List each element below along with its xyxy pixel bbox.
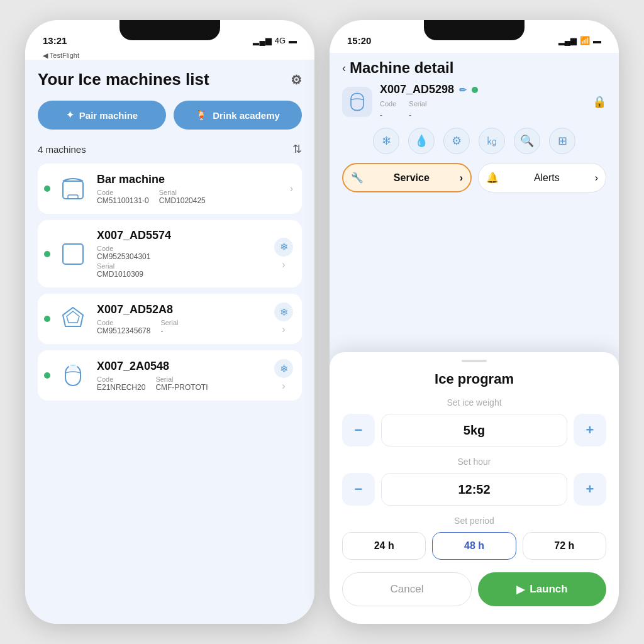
svg-rect-6 <box>69 365 77 370</box>
weight-feature-icon[interactable]: ㎏ <box>479 128 505 154</box>
snowflake-badge-2: ❄ <box>274 303 293 321</box>
machine-id-meta: Code - Serial - <box>380 97 585 120</box>
machine-card-1[interactable]: X007_AD5574 Code CM9525304301 Serial CMD… <box>38 220 302 287</box>
machine-name-1: X007_AD5574 <box>97 229 267 242</box>
svg-marker-3 <box>63 308 83 326</box>
bluetooth-icon: ✦ <box>66 109 74 121</box>
machine-action-3: ❄ › <box>274 359 293 392</box>
ice-weight-value: 5kg <box>381 414 567 447</box>
chevron-right-icon: › <box>290 183 293 194</box>
hour-increase-button[interactable]: + <box>574 473 606 506</box>
machine-meta-2: Code CM9512345678 Serial - <box>97 319 267 335</box>
action-button-row: ✦ Pair machine 🍹 Drink academy <box>38 101 302 130</box>
notch <box>119 20 220 40</box>
drink-academy-button[interactable]: 🍹 Drink academy <box>174 101 302 130</box>
machine-detail-icon <box>342 87 372 117</box>
service-button[interactable]: 🔧 Service › <box>342 163 472 192</box>
period-48h-button[interactable]: 48 h <box>432 532 516 560</box>
alerts-button[interactable]: 🔔 Alerts › <box>478 163 606 192</box>
right-wifi-icon: 📶 <box>580 36 590 45</box>
battery-icon: ▬ <box>289 36 297 45</box>
set-hour-label: Set hour <box>342 457 606 467</box>
machine-card-3[interactable]: X007_2A0548 Code E21NRECH20 Serial CMF-P… <box>38 350 302 401</box>
snowflake-badge-3: ❄ <box>274 359 293 378</box>
page-title-row: Your Ice machines list ⚙ <box>38 70 302 89</box>
online-dot-3 <box>44 372 50 379</box>
ice-weight-decrease-button[interactable]: − <box>342 414 375 447</box>
hour-decrease-button[interactable]: − <box>342 473 375 506</box>
period-72h-button[interactable]: 72 h <box>523 532 606 560</box>
chevron-right-icon-2: › <box>282 324 285 335</box>
bell-icon: 🔔 <box>486 172 499 184</box>
snowflake-feature-icon[interactable]: ❄ <box>373 128 399 154</box>
online-dot-1 <box>44 251 50 257</box>
search-feature-icon[interactable]: 🔍 <box>514 128 540 154</box>
machine-detail-header: ‹ Machine detail X007_AD5298 ✏ <box>330 53 619 208</box>
period-24h-button[interactable]: 24 h <box>342 532 426 560</box>
back-button[interactable]: ‹ <box>342 62 346 75</box>
drink-icon: 🍹 <box>196 109 208 121</box>
left-phone: 13:21 ▂▄▆ 4G ▬ ◀ TestFlight Your Ice mac… <box>25 20 314 624</box>
settings-icon[interactable]: ⚙ <box>291 72 302 87</box>
machine-action-2: ❄ › <box>274 303 293 335</box>
machine-id-info: X007_AD5298 ✏ Code - Serial - <box>380 83 585 120</box>
right-screen: ‹ Machine detail X007_AD5298 ✏ <box>330 53 619 624</box>
right-status-time: 15:20 <box>347 35 371 46</box>
detail-title: Machine detail <box>350 59 453 77</box>
right-battery-icon: ▬ <box>593 36 601 45</box>
snowflake-badge-1: ❄ <box>274 238 293 257</box>
edit-icon[interactable]: ✏ <box>459 85 467 95</box>
machine-name-0: Bar machine <box>97 173 282 186</box>
ice-weight-increase-button[interactable]: + <box>574 414 606 447</box>
machine-icon-0 <box>57 172 89 205</box>
right-notch <box>424 20 525 40</box>
alerts-chevron-icon: › <box>595 172 598 184</box>
sheet-actions: Cancel ▶ Launch <box>342 572 606 606</box>
svg-marker-4 <box>67 311 79 323</box>
machine-info-0: Bar machine Code CM51100131-0 Serial CMD… <box>97 173 282 205</box>
machine-icon-2 <box>57 303 89 335</box>
machine-action-0: › <box>290 183 293 194</box>
lock-icon: 🔒 <box>592 95 606 109</box>
chevron-right-icon-1: › <box>282 259 285 270</box>
svg-rect-0 <box>63 181 83 199</box>
online-dot-0 <box>44 186 50 192</box>
machine-card-0[interactable]: Bar machine Code CM51100131-0 Serial CMD… <box>38 164 302 214</box>
sheet-handle <box>462 360 487 362</box>
play-icon: ▶ <box>516 583 525 596</box>
set-period-label: Set period <box>342 516 606 526</box>
period-selector: 24 h 48 h 72 h <box>342 532 606 560</box>
feature-icon-row: ❄ 💧 ⚙ ㎏ 🔍 ⊞ <box>342 128 606 154</box>
status-time: 13:21 <box>43 35 67 46</box>
launch-button[interactable]: ▶ Launch <box>478 572 606 606</box>
machine-id-name: X007_AD5298 ✏ <box>380 83 585 96</box>
right-phone: 15:20 ▂▄▆ 📶 ▬ ‹ Machine detail <box>330 20 619 624</box>
machine-id-row: X007_AD5298 ✏ Code - Serial - <box>342 83 606 120</box>
machine-meta-1: Code CM9525304301 <box>97 245 267 261</box>
left-screen: Your Ice machines list ⚙ ✦ Pair machine … <box>25 60 314 624</box>
pair-machine-button[interactable]: ✦ Pair machine <box>38 101 166 130</box>
machine-meta-3: Code E21NRECH20 Serial CMF-PROTOTI <box>97 375 267 392</box>
machines-header: 4 machines ⇅ <box>38 142 302 156</box>
machine-card-2[interactable]: X007_AD52A8 Code CM9512345678 Serial - ❄… <box>38 294 302 344</box>
machine-info-1: X007_AD5574 Code CM9525304301 Serial CMD… <box>97 229 267 279</box>
machine-icon-3 <box>57 359 89 392</box>
filter-icon[interactable]: ⇅ <box>292 142 302 156</box>
online-dot-2 <box>44 316 50 322</box>
ice-weight-stepper: − 5kg + <box>342 414 606 447</box>
machine-name-2: X007_AD52A8 <box>97 303 267 316</box>
machines-count: 4 machines <box>38 144 86 155</box>
cancel-button[interactable]: Cancel <box>342 572 472 606</box>
network-label: 4G <box>275 36 286 45</box>
hour-stepper: − 12:52 + <box>342 473 606 506</box>
machine-meta-0: Code CM51100131-0 Serial CMD1020425 <box>97 189 282 205</box>
service-alerts-row: 🔧 Service › 🔔 Alerts › <box>342 163 606 192</box>
svg-rect-7 <box>351 93 364 110</box>
back-row: ‹ Machine detail <box>342 59 606 77</box>
right-status-icons: ▂▄▆ 📶 ▬ <box>558 36 601 45</box>
water-feature-icon[interactable]: 💧 <box>408 128 435 154</box>
settings-feature-icon[interactable]: ⚙ <box>443 128 470 154</box>
grid-feature-icon[interactable]: ⊞ <box>549 128 575 154</box>
machine-name-3: X007_2A0548 <box>97 360 267 373</box>
page-title-text: Your Ice machines list <box>38 70 209 89</box>
